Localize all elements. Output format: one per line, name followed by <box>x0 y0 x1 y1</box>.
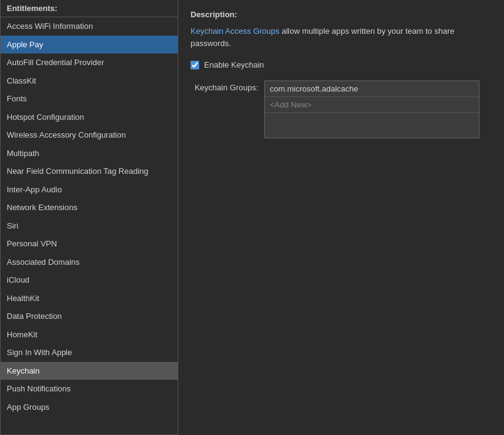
keychain-group-item: com.microsoft.adalcache <box>265 81 479 97</box>
entitlement-item[interactable]: AutoFill Credential Provider <box>1 53 178 72</box>
entitlement-item[interactable]: Data Protection <box>1 307 178 326</box>
entitlement-item[interactable]: HealthKit <box>1 289 178 308</box>
entitlements-header: Entitlements: <box>1 0 178 17</box>
entitlement-item[interactable]: Siri <box>1 217 178 235</box>
keychain-group-item <box>265 113 479 138</box>
entitlement-item[interactable]: Wireless Accessory Configuration <box>1 126 178 144</box>
entitlement-item[interactable]: Push Notifications <box>1 380 178 398</box>
entitlements-list: Access WiFi InformationApple PayAutoFill… <box>1 17 178 434</box>
entitlements-panel: Entitlements: Access WiFi InformationApp… <box>0 0 178 435</box>
entitlement-item[interactable]: Apple Pay <box>1 36 178 54</box>
description-panel: Description: Keychain Access Groups allo… <box>178 0 504 435</box>
entitlement-item[interactable]: Hotspot Configuration <box>1 108 178 127</box>
entitlement-item[interactable]: Associated Domains <box>1 253 178 272</box>
entitlement-item[interactable]: Keychain <box>1 362 178 380</box>
keychain-groups-row: Keychain Groups: com.microsoft.adalcache… <box>191 80 492 138</box>
entitlement-item[interactable]: Access WiFi Information <box>1 17 178 36</box>
entitlement-item[interactable]: Network Extensions <box>1 198 178 217</box>
enable-keychain-label: Enable Keychain <box>204 60 264 69</box>
entitlement-item[interactable]: Inter-App Audio <box>1 181 178 199</box>
entitlement-item[interactable]: ClassKit <box>1 72 178 90</box>
description-header: Description: <box>191 10 492 19</box>
entitlement-item[interactable]: Multipath <box>1 144 178 163</box>
entitlement-item[interactable]: Sign In With Apple <box>1 343 178 362</box>
entitlement-item[interactable]: HomeKit <box>1 326 178 344</box>
keychain-group-item[interactable]: <Add New> <box>265 97 479 113</box>
enable-keychain-checkbox[interactable] <box>191 61 199 69</box>
entitlement-item[interactable]: Fonts <box>1 90 178 108</box>
keychain-groups-label: Keychain Groups: <box>191 80 258 92</box>
entitlement-item[interactable]: App Groups <box>1 398 178 417</box>
entitlement-item[interactable]: iCloud <box>1 271 178 289</box>
entitlement-item[interactable]: Near Field Communication Tag Reading <box>1 162 178 181</box>
description-text: Keychain Access Groups allow multiple ap… <box>191 25 473 49</box>
keychain-groups-table: com.microsoft.adalcache<Add New> <box>264 80 479 138</box>
enable-keychain-row: Enable Keychain <box>191 60 492 69</box>
description-highlight: Keychain Access Groups <box>191 26 280 36</box>
entitlement-item[interactable]: Personal VPN <box>1 235 178 253</box>
